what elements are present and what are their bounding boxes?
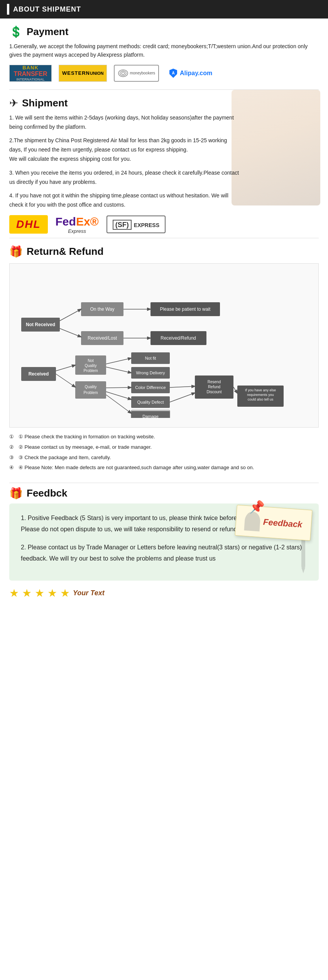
feedback-para-2: 2. Please contact us by Trade Manager or… bbox=[21, 542, 307, 564]
shipment-para-2: 2.The shipment by China Post Registered … bbox=[9, 136, 241, 163]
star-3: ★ bbox=[35, 587, 44, 599]
svg-line-43 bbox=[60, 309, 81, 321]
alipay-logo: A Alipay.com bbox=[166, 65, 215, 82]
svg-text:On the Way: On the Way bbox=[90, 306, 115, 312]
shipment-para-1: 1. We will sent the items within 2-5days… bbox=[9, 113, 241, 132]
svg-text:Received/Lost: Received/Lost bbox=[88, 335, 117, 341]
your-text-label: Your Text bbox=[73, 589, 105, 597]
svg-text:Discount: Discount bbox=[207, 390, 222, 394]
svg-text:could also tell us: could also tell us bbox=[248, 397, 274, 401]
star-5: ★ bbox=[60, 587, 70, 599]
svg-line-47 bbox=[56, 365, 75, 371]
svg-text:Not: Not bbox=[88, 359, 94, 363]
svg-text:Resend: Resend bbox=[208, 380, 221, 384]
header-accent-line bbox=[7, 4, 9, 15]
alipay-shield-icon: A bbox=[169, 68, 178, 78]
refund-title: Return& Refund bbox=[27, 246, 103, 258]
flowchart-container: Not Received On the Way Please be patien… bbox=[9, 263, 319, 428]
shipment-icon: ✈ bbox=[9, 97, 18, 109]
feedback-pin: 📌 bbox=[249, 500, 265, 514]
feedback-section: 🎁 Feedbck 📌 Feedback 1. Positive Feedbac… bbox=[0, 483, 328, 611]
payment-text: 1.Generally, we accept the following pay… bbox=[9, 42, 319, 59]
delivery-figure-bg bbox=[232, 90, 320, 205]
note-2: ② ② Please contact us by meesage, e-mail… bbox=[9, 443, 319, 451]
feedback-section-icon: 🎁 bbox=[9, 487, 23, 500]
feedback-card: Feedback bbox=[235, 505, 312, 541]
note-3: ③ ③ Check the package and Item, carefull… bbox=[9, 454, 319, 462]
dhl-logo: DHL bbox=[9, 215, 48, 234]
svg-line-52 bbox=[106, 392, 131, 399]
svg-line-51 bbox=[106, 387, 131, 388]
svg-marker-58 bbox=[301, 567, 305, 573]
star-4: ★ bbox=[47, 587, 57, 599]
svg-line-54 bbox=[170, 386, 195, 387]
star-1: ★ bbox=[9, 587, 19, 599]
svg-text:If you have any else: If you have any else bbox=[245, 388, 276, 392]
svg-text:A: A bbox=[172, 71, 174, 75]
feedback-card-inner: Feedback bbox=[244, 511, 303, 534]
svg-line-44 bbox=[60, 328, 81, 337]
svg-text:Received: Received bbox=[29, 371, 49, 377]
star-2: ★ bbox=[22, 587, 32, 599]
page-title: ABOUT SHIPMENT bbox=[13, 5, 81, 13]
svg-line-49 bbox=[106, 358, 131, 364]
svg-text:Refund: Refund bbox=[208, 385, 220, 389]
shipment-title: Shipment bbox=[22, 97, 68, 109]
refund-notes: ① ① Please check the tracking in formati… bbox=[9, 433, 319, 472]
svg-text:Quality: Quality bbox=[85, 385, 96, 389]
svg-point-1 bbox=[120, 71, 126, 76]
refund-title-row: 🎁 Return& Refund bbox=[9, 245, 319, 258]
svg-text:Please be patient to wait: Please be patient to wait bbox=[160, 306, 211, 312]
moneybookers-logo: moneybookers bbox=[114, 65, 159, 82]
feedback-title-row: 🎁 Feedbck bbox=[9, 487, 319, 500]
svg-line-56 bbox=[233, 387, 237, 393]
shipment-section: ✈ Shipment 1. We will sent the items wit… bbox=[0, 90, 328, 238]
feedback-card-area: 📌 Feedback 1. Positive Feedback (5 Stars… bbox=[9, 503, 319, 581]
sf-express-logo: (SF) EXPRESS bbox=[107, 216, 166, 233]
svg-text:Not Received: Not Received bbox=[26, 322, 55, 327]
feedback-card-label: Feedback bbox=[263, 517, 303, 530]
fedex-logo: FedEx® Express bbox=[56, 215, 99, 234]
svg-text:Problem: Problem bbox=[83, 369, 98, 373]
western-union-logo: WESTERN UNION bbox=[59, 65, 107, 82]
feedback-title: Feedbck bbox=[27, 487, 68, 499]
svg-point-2 bbox=[122, 72, 125, 74]
refund-icon: 🎁 bbox=[9, 245, 23, 258]
svg-text:Problem: Problem bbox=[83, 391, 98, 395]
svg-text:Received/Refund: Received/Refund bbox=[161, 335, 196, 341]
payment-icon: 💲 bbox=[9, 25, 23, 38]
svg-line-53 bbox=[106, 395, 131, 413]
svg-text:Damage: Damage bbox=[142, 414, 159, 418]
svg-text:Quality: Quality bbox=[85, 364, 96, 368]
shipment-para-4: 4. If you have not got it within the shi… bbox=[9, 191, 241, 210]
courier-logos: DHL FedEx® Express (SF) EXPRESS bbox=[9, 215, 319, 234]
stars-banner: ★ ★ ★ ★ ★ Your Text bbox=[9, 587, 319, 599]
payment-title-row: 💲 Payment bbox=[9, 25, 319, 38]
svg-line-50 bbox=[106, 367, 131, 373]
flowchart-svg: Not Received On the Way Please be patien… bbox=[14, 271, 322, 418]
shipment-para-3: 3. When you receive the items you ordere… bbox=[9, 168, 241, 187]
svg-text:Color Difference: Color Difference bbox=[135, 385, 166, 390]
svg-rect-21 bbox=[75, 381, 106, 399]
svg-text:Not fit: Not fit bbox=[145, 356, 156, 360]
note-1: ① ① Please check the tracking in formati… bbox=[9, 433, 319, 441]
note-4: ④ ④ Please Note: Men made defects are no… bbox=[9, 464, 319, 472]
bank-transfer-logo: BANK TRANSFER INTERNATIONAL bbox=[9, 65, 52, 82]
svg-text:Wrong Delivery: Wrong Delivery bbox=[136, 370, 165, 375]
svg-text:Quality Defect: Quality Defect bbox=[137, 400, 164, 404]
svg-text:requirements you: requirements you bbox=[247, 393, 274, 397]
return-refund-section: 🎁 Return& Refund Not Received On the Way… bbox=[0, 238, 328, 483]
payment-title: Payment bbox=[27, 26, 68, 38]
page-header: ABOUT SHIPMENT bbox=[0, 0, 328, 19]
svg-line-55 bbox=[170, 393, 195, 402]
payment-section: 💲 Payment 1.Generally, we accept the fol… bbox=[0, 19, 328, 89]
payment-logos: BANK TRANSFER INTERNATIONAL WESTERN UNIO… bbox=[9, 65, 319, 82]
moneybookers-icon bbox=[118, 69, 128, 77]
svg-line-48 bbox=[56, 374, 75, 387]
